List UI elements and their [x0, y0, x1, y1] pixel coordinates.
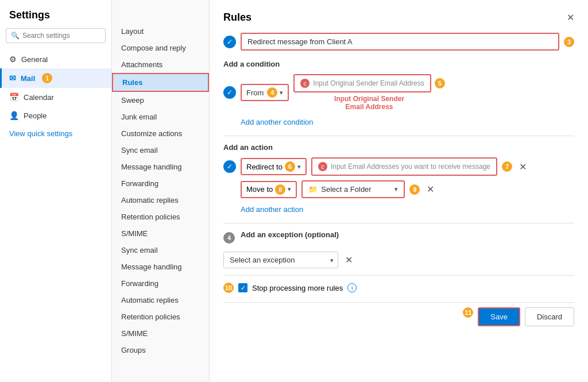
condition-email-input[interactable]: c Input Original Sender Email Address — [293, 74, 431, 92]
from-dropdown-wrap[interactable]: From 4 ▾ — [241, 84, 289, 101]
condition-check-icon: ✓ — [223, 86, 236, 99]
menu-item-layout[interactable]: Layout — [112, 23, 209, 40]
sidebar-item-general[interactable]: ⚙ General — [0, 50, 111, 68]
menu-item-sync2[interactable]: Sync email — [112, 242, 209, 258]
condition-tooltip-text: Input Original SenderEmail Address — [334, 95, 404, 111]
settings-panel: Settings 🔍 ⚙ General ✉ Mail 1 📅 Calendar… — [0, 0, 112, 382]
add-condition-link[interactable]: Add another condition — [241, 118, 313, 126]
folder-badge: 9 — [409, 184, 420, 195]
from-label: From — [246, 88, 264, 97]
stop-processing-label: Stop processing more rules — [252, 284, 343, 292]
menu-item-attachments[interactable]: Attachments — [112, 56, 209, 73]
sidebar-item-label: General — [21, 55, 48, 64]
menu-item-smime1[interactable]: S/MIME — [112, 225, 209, 242]
condition-input-row: c Input Original Sender Email Address 5 — [293, 74, 444, 92]
condition-input-placeholder: Input Original Sender Email Address — [313, 79, 424, 87]
move-label: Move to — [246, 185, 273, 194]
folder-remove-button[interactable]: ✕ — [424, 183, 436, 196]
stop-processing-checkbox[interactable]: ✓ — [238, 283, 247, 292]
move-dropdown-wrap[interactable]: Move to 8 ▾ — [241, 181, 297, 198]
condition-row: ✓ From 4 ▾ c Input Original Sender Email… — [223, 74, 574, 111]
search-icon: 🔍 — [11, 32, 20, 40]
redirect-dropdown-wrap[interactable]: Redirect to 6 ▾ — [241, 158, 307, 175]
menu-item-autoreplies2[interactable]: Automatic replies — [112, 292, 209, 308]
add-action-wrap: Add another action — [223, 203, 574, 214]
menu-item-customize[interactable]: Customize actions — [112, 125, 209, 142]
menu-item-forwarding1[interactable]: Forwarding — [112, 175, 209, 192]
menu-item-autoreplies1[interactable]: Automatic replies — [112, 192, 209, 209]
from-badge: 4 — [267, 87, 277, 98]
condition-tooltip-group: c Input Original Sender Email Address 5 … — [293, 74, 444, 111]
move-badge: 8 — [275, 184, 285, 195]
exception-badge: 4 — [223, 232, 235, 244]
sidebar-item-people[interactable]: 👤 People — [0, 106, 111, 125]
action-label: Add an action — [223, 143, 574, 152]
redirect-remove-button[interactable]: ✕ — [517, 160, 529, 173]
add-condition-wrap: Add another condition — [223, 115, 574, 126]
condition-input-badge: 5 — [435, 78, 445, 88]
menu-item-sweep[interactable]: Sweep — [112, 92, 209, 109]
redirect-c-badge: c — [318, 162, 327, 171]
menu-item-compose[interactable]: Compose and reply — [112, 40, 209, 56]
exception-remove-button[interactable]: ✕ — [343, 253, 355, 267]
folder-placeholder: Select a Folder — [321, 185, 391, 194]
rules-title: Rules — [223, 11, 252, 24]
menu-item-groups[interactable]: Groups — [112, 342, 209, 358]
rules-panel: Rules ✕ ✓ 3 Add a condition ✓ From 4 ▾ — [210, 0, 588, 382]
exception-select-wrap[interactable]: Select an exception — [223, 252, 338, 268]
condition-section: Add a condition ✓ From 4 ▾ c Input Origi… — [223, 60, 574, 126]
discard-button[interactable]: Discard — [525, 307, 574, 326]
search-input[interactable] — [22, 32, 100, 40]
from-group: From 4 ▾ — [241, 84, 289, 101]
menu-item-retention2[interactable]: Retention policies — [112, 308, 209, 325]
rule-name-input[interactable] — [241, 33, 559, 51]
menu-item-rules[interactable]: Rules — [112, 73, 209, 92]
add-action-link[interactable]: Add another action — [241, 205, 303, 214]
redirect-label: Redirect to — [246, 163, 283, 171]
sidebar-item-label: Mail — [21, 74, 35, 83]
menu-item-sync1[interactable]: Sync email — [112, 142, 209, 159]
action-section: Add an action ✓ Redirect to 6 ▾ c Input … — [223, 143, 574, 214]
info-icon[interactable]: i — [347, 283, 357, 292]
menu-item-junk[interactable]: Junk email — [112, 109, 209, 125]
rule-name-row: ✓ 3 — [223, 33, 574, 51]
exception-section: 4 Add an exception (optional) — [223, 230, 574, 245]
stop-processing-row: 10 ✓ Stop processing more rules i — [223, 283, 574, 293]
action-check-icon: ✓ — [223, 160, 236, 173]
stop-processing-badge: 10 — [223, 283, 234, 293]
sidebar-item-calendar[interactable]: 📅 Calendar — [0, 88, 111, 106]
redirect-badge: 6 — [285, 161, 295, 172]
folder-icon: 📁 — [308, 185, 318, 194]
move-action-row: Move to 8 ▾ 📁 Select a Folder ▾ 9 ✕ — [223, 180, 574, 198]
calendar-icon: 📅 — [9, 92, 19, 102]
people-icon: 👤 — [9, 111, 19, 120]
folder-select[interactable]: 📁 Select a Folder ▾ — [301, 180, 405, 198]
move-chevron-icon: ▾ — [288, 186, 291, 193]
menu-item-handling1[interactable]: Message handling — [112, 159, 209, 175]
redirect-email-input[interactable]: c Input Email Addresses you want to rece… — [311, 157, 497, 176]
folder-chevron-icon: ▾ — [394, 186, 398, 193]
sidebar-item-mail[interactable]: ✉ Mail 1 — [0, 68, 111, 88]
footer-row: 11 Save Discard — [223, 302, 574, 326]
save-button[interactable]: Save — [478, 307, 520, 326]
gear-icon: ⚙ — [9, 55, 17, 64]
menu-item-smime2[interactable]: S/MIME — [112, 325, 209, 342]
menu-item-forwarding2[interactable]: Forwarding — [112, 275, 209, 292]
redirect-action-row: ✓ Redirect to 6 ▾ c Input Email Addresse… — [223, 157, 574, 176]
rule-check-icon: ✓ — [223, 36, 236, 48]
rule-name-badge: 3 — [564, 37, 574, 47]
quick-settings-link[interactable]: View quick settings — [0, 125, 111, 142]
redirect-chevron-icon: ▾ — [297, 163, 301, 171]
condition-c-badge: c — [300, 79, 310, 88]
menu-item-retention1[interactable]: Retention policies — [112, 209, 209, 225]
search-box[interactable]: 🔍 — [6, 28, 106, 43]
from-chevron-icon: ▾ — [280, 89, 283, 97]
mail-icon: ✉ — [9, 74, 16, 83]
save-badge: 11 — [463, 307, 473, 318]
sidebar-item-label: People — [24, 111, 47, 120]
exception-label: Add an exception (optional) — [241, 230, 339, 239]
menu-item-handling2[interactable]: Message handling — [112, 258, 209, 275]
condition-label: Add a condition — [223, 60, 574, 68]
exception-select[interactable]: Select an exception — [223, 252, 338, 268]
close-button[interactable]: ✕ — [567, 12, 574, 23]
